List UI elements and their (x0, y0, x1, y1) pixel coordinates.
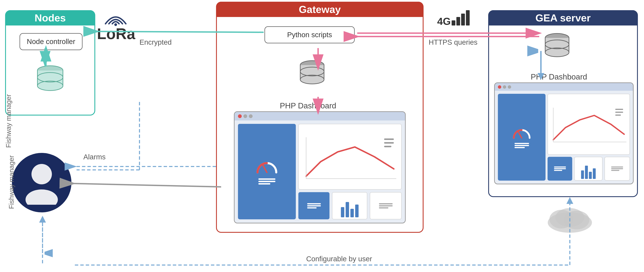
gea-php-label: PHP Dashboard (531, 72, 587, 81)
encrypted-label: Encrypted (140, 38, 172, 46)
blue-up-arrow-head (39, 216, 46, 223)
signal-4g-area: 4G (437, 10, 470, 27)
nodes-db-icon (36, 65, 65, 97)
lora-label: LoRa (97, 26, 135, 41)
gateway-dashboard-mockup (234, 111, 406, 223)
gea-title: GEA server (536, 12, 591, 24)
svg-point-21 (545, 48, 569, 57)
alarms-label: Alarms (83, 153, 106, 161)
svg-rect-16 (384, 138, 394, 140)
https-label: HTTPS queries (429, 38, 478, 46)
svg-rect-28 (615, 109, 623, 110)
svg-point-36 (556, 208, 584, 227)
fishway-label-rotated: Fishway manager (8, 155, 15, 209)
gateway-title: Gateway (299, 3, 341, 15)
python-scripts-box: Python scripts (264, 26, 355, 43)
svg-rect-30 (615, 114, 621, 116)
lora-wifi-icon (97, 7, 134, 27)
node-controller-label: Node controller (27, 37, 75, 46)
gateway-box: Gateway Python scripts PHP Dashboard (216, 2, 424, 233)
svg-point-32 (26, 189, 58, 205)
gea-box: GEA server PHP Dashboard (488, 10, 638, 197)
gea-dashboard-mockup (494, 82, 634, 184)
person-avatar (12, 153, 72, 212)
4g-label: 4G (437, 15, 451, 27)
svg-point-2 (38, 81, 63, 91)
gea-db-icon (544, 33, 571, 63)
gray-arrow-person (73, 184, 221, 187)
nodes-header: Nodes (6, 10, 94, 25)
svg-rect-17 (384, 142, 394, 144)
svg-point-9 (300, 75, 324, 84)
configurable-label: Configurable by user (306, 255, 372, 263)
svg-rect-18 (384, 146, 392, 147)
nodes-box: Nodes Node controller (5, 10, 95, 116)
gateway-header: Gateway (217, 2, 423, 17)
fishway-manager-label: Fishway manager (5, 94, 12, 148)
svg-line-25 (518, 131, 522, 138)
svg-point-31 (32, 164, 52, 184)
svg-rect-29 (615, 112, 623, 113)
nodes-title: Nodes (34, 12, 66, 24)
svg-line-13 (263, 165, 267, 172)
lora-logo-area: LoRa (97, 7, 135, 41)
cloud-icon (544, 201, 595, 235)
diagram-container: Nodes Node controller LoRa (0, 0, 644, 272)
gea-header: GEA server (489, 10, 637, 25)
node-controller-box: Node controller (20, 33, 82, 50)
gateway-db-icon (298, 60, 326, 90)
python-scripts-label: Python scripts (287, 31, 332, 39)
gateway-php-label: PHP Dashboard (280, 101, 336, 110)
